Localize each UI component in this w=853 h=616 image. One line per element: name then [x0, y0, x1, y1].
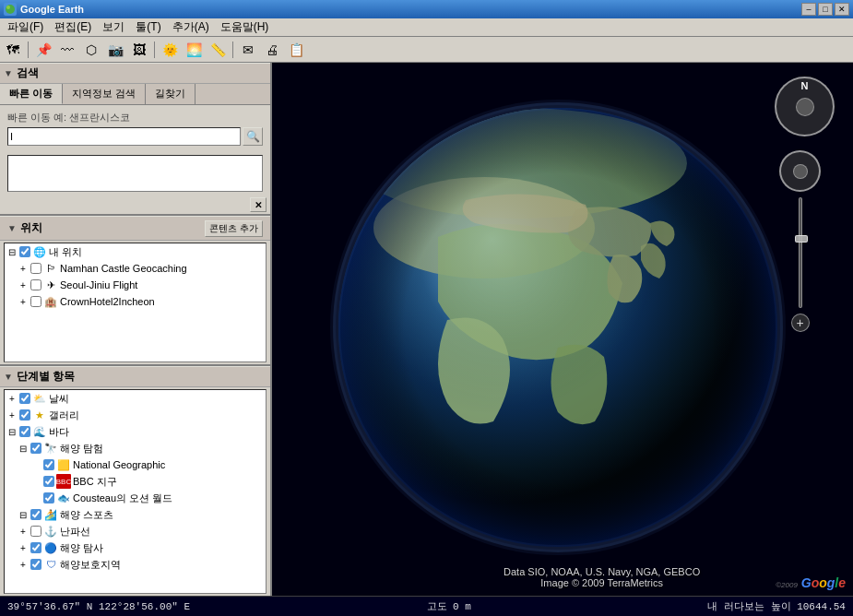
expand-icon[interactable]: +: [18, 264, 29, 274]
tree-item-marine-protected[interactable]: + 🛡 해양보호지역: [5, 556, 266, 573]
toolbar-photo-btn[interactable]: 📷: [104, 40, 126, 60]
expand-icon[interactable]: ⊟: [6, 247, 18, 257]
tree-item-natgeo[interactable]: 🟨 National Geographic: [5, 456, 266, 473]
tree-item-namhan[interactable]: + 🏳 Namhan Castle Geocaching: [5, 260, 266, 277]
checkbox-seoul-jiniu[interactable]: [30, 279, 41, 290]
window-controls[interactable]: – □ ✕: [801, 3, 849, 16]
menu-help[interactable]: 도움말(H): [215, 18, 275, 37]
tree-item-shipwreck[interactable]: + ⚓ 난파선: [5, 523, 266, 539]
search-collapse-icon[interactable]: ▼: [4, 68, 13, 78]
zoom-ring[interactable]: [779, 150, 821, 192]
compass-ring[interactable]: N: [775, 77, 835, 136]
svg-point-0: [6, 5, 15, 14]
add-content-button[interactable]: 콘텐츠 추가: [205, 220, 263, 237]
sports-icon: 🏄: [43, 507, 58, 522]
minimize-button[interactable]: –: [801, 3, 816, 16]
svg-point-1: [6, 6, 10, 9]
tree-item-crownhotel[interactable]: + 🏨 CrownHotel2Incheon: [5, 293, 266, 310]
search-input[interactable]: I: [7, 127, 241, 146]
checkbox-natgeo[interactable]: [43, 459, 54, 470]
tree-item-cousteau[interactable]: 🐟 Cousteau의 오션 월드: [5, 490, 266, 506]
tree-item-weather[interactable]: + ⛅ 날씨: [5, 390, 266, 407]
layers-collapse-icon[interactable]: ▼: [4, 372, 13, 382]
nav-compass[interactable]: N: [775, 77, 835, 136]
toolbar-kml-btn[interactable]: 📋: [285, 40, 307, 60]
tab-directions[interactable]: 길찾기: [146, 84, 195, 104]
menu-file[interactable]: 파일(F): [2, 18, 49, 37]
checkbox-namhan[interactable]: [30, 263, 41, 274]
zoom-slider-thumb[interactable]: [795, 235, 808, 243]
toolbar-overlay-btn[interactable]: 🖼: [128, 40, 150, 60]
survey-icon: 🔵: [43, 540, 58, 555]
tree-item-seoul-jiniu[interactable]: + ✈ Seoul-Jiniu Flight: [5, 277, 266, 293]
expand-icon[interactable]: +: [18, 560, 29, 570]
menu-tools[interactable]: 툴(T): [130, 18, 166, 37]
checkbox-ocean-sports[interactable]: [30, 509, 41, 520]
tree-item-ocean-sports[interactable]: ⊟ 🏄 해양 스포츠: [5, 506, 266, 523]
status-elevation: 고도 0 m: [427, 599, 471, 613]
shipwreck-icon: ⚓: [43, 524, 58, 539]
attribution-line2: Image © 2009 TerraMetrics: [504, 577, 700, 588]
zoom-slider-track[interactable]: [799, 197, 802, 308]
expand-icon[interactable]: ⊟: [18, 444, 29, 454]
places-collapse-icon[interactable]: ▼: [7, 223, 17, 233]
layers-tree: + ⛅ 날씨 + ★ 갤러리 ⊟ 🌊 바다: [4, 389, 267, 594]
bbc-icon: BBC: [56, 474, 71, 489]
checkbox-marine-protected[interactable]: [30, 559, 41, 570]
tree-label-shipwreck: 난파선: [60, 525, 90, 539]
checkbox-cousteau[interactable]: [43, 492, 54, 503]
tree-item-ocean-survey[interactable]: + 🔵 해양 탐사: [5, 539, 266, 556]
expand-icon[interactable]: +: [6, 410, 18, 421]
title-bar: Google Earth – □ ✕: [0, 0, 853, 18]
search-button[interactable]: 🔍: [243, 127, 263, 146]
toolbar-email-btn[interactable]: ✉: [237, 40, 259, 60]
expand-icon[interactable]: ⊟: [18, 510, 29, 520]
toolbar-sep-1: [28, 41, 29, 58]
toolbar-map-btn[interactable]: 🗺: [2, 40, 24, 60]
search-section: ▼ 검색 빠른 이동 지역정보 검색 길찾기 빠른 이동 예: 샌프란시스코 I…: [0, 63, 270, 216]
expand-icon[interactable]: +: [18, 527, 29, 537]
layers-section-title: 단계별 항목: [17, 369, 75, 385]
toolbar-sun-btn[interactable]: 🌞: [159, 40, 181, 60]
toolbar-path-btn[interactable]: 〰: [56, 40, 78, 60]
checkbox-ocean-explore[interactable]: [30, 443, 41, 454]
tree-item-ocean[interactable]: ⊟ 🌊 바다: [5, 423, 266, 440]
close-button[interactable]: ✕: [835, 3, 849, 16]
expand-icon[interactable]: +: [18, 280, 29, 290]
checkbox-weather[interactable]: [19, 393, 30, 404]
menu-edit[interactable]: 편집(E): [49, 18, 97, 37]
maximize-button[interactable]: □: [818, 3, 833, 16]
tab-quick-move[interactable]: 빠른 이동: [0, 84, 63, 104]
tree-label-seoul-jiniu: Seoul-Jiniu Flight: [60, 279, 137, 290]
earth-view[interactable]: N + Data SIO, NOAA, U.S. Navy, NGA, GEBC…: [272, 63, 853, 596]
expand-icon[interactable]: ⊟: [6, 427, 18, 437]
zoom-in-icon[interactable]: +: [791, 314, 810, 332]
checkbox-crownhotel[interactable]: [30, 296, 41, 307]
tree-label-ocean: 바다: [49, 425, 69, 439]
tree-label-my-places: 내 위치: [49, 245, 82, 259]
toolbar-polygon-btn[interactable]: ⬡: [80, 40, 102, 60]
checkbox-my-places[interactable]: [19, 246, 30, 257]
tab-local-search[interactable]: 지역정보 검색: [63, 84, 146, 104]
toolbar-print-btn[interactable]: 🖨: [261, 40, 283, 60]
toolbar-ruler-btn[interactable]: 📏: [207, 40, 229, 60]
toolbar-placemark-btn[interactable]: 📌: [32, 40, 54, 60]
tree-item-gallery[interactable]: + ★ 갤러리: [5, 407, 266, 423]
checkbox-shipwreck[interactable]: [30, 526, 41, 537]
toolbar-sep-3: [232, 41, 233, 58]
expand-icon[interactable]: +: [18, 543, 29, 553]
checkbox-gallery[interactable]: [19, 409, 30, 421]
tree-item-my-places[interactable]: ⊟ 🌐 내 위치: [5, 243, 266, 260]
search-close-button[interactable]: ✕: [250, 197, 267, 212]
checkbox-ocean[interactable]: [19, 426, 30, 437]
checkbox-bbc[interactable]: [43, 476, 54, 487]
menu-add[interactable]: 추가(A): [167, 18, 215, 37]
expand-icon[interactable]: +: [6, 394, 18, 404]
menu-view[interactable]: 보기: [97, 18, 130, 37]
search-result-area: [7, 155, 263, 192]
tree-item-ocean-explore[interactable]: ⊟ 🔭 해양 탐험: [5, 440, 266, 456]
toolbar-sky-btn[interactable]: 🌅: [183, 40, 205, 60]
checkbox-ocean-survey[interactable]: [30, 542, 41, 553]
tree-item-bbc[interactable]: BBC BBC 지구: [5, 473, 266, 490]
expand-icon[interactable]: +: [18, 297, 29, 307]
